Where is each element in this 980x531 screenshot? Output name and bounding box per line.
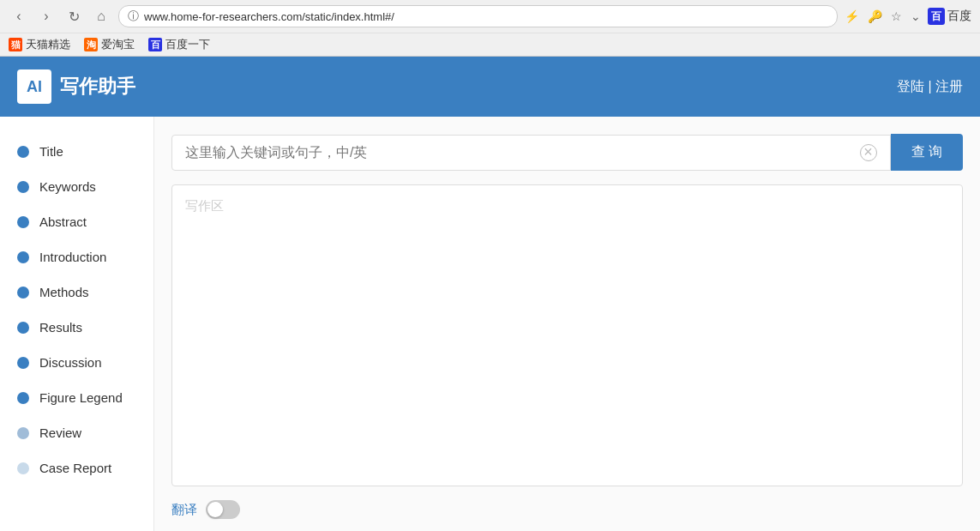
abstract-dot [17, 216, 29, 228]
sidebar-label-title: Title [39, 144, 63, 159]
sidebar-item-review[interactable]: Review [0, 415, 153, 450]
taobao-icon: 淘 [84, 38, 98, 51]
introduction-dot [17, 251, 29, 263]
bookmark-taobao-label: 爱淘宝 [101, 37, 135, 52]
sidebar-label-discussion: Discussion [39, 355, 102, 370]
figure-legend-dot [17, 392, 29, 404]
translation-row: 翻译 [171, 500, 963, 519]
app-header: AI 写作助手 登陆 | 注册 [0, 57, 980, 117]
refresh-button[interactable]: ↻ [63, 6, 84, 27]
forward-button[interactable]: › [36, 6, 57, 27]
translation-toggle[interactable] [206, 500, 240, 519]
writing-placeholder: 写作区 [185, 198, 224, 214]
sidebar-label-review: Review [39, 425, 81, 440]
sidebar-item-keywords[interactable]: Keywords [0, 169, 153, 204]
case-report-dot [17, 462, 29, 474]
logo-icon: AI [17, 69, 51, 104]
sidebar-item-case-report[interactable]: Case Report [0, 450, 153, 486]
search-input[interactable] [185, 145, 851, 160]
sidebar-item-results[interactable]: Results [0, 310, 153, 345]
chevron-down-icon: ⌄ [911, 9, 921, 23]
home-button[interactable]: ⌂ [91, 6, 111, 27]
logo-ai-text: AI [27, 78, 42, 96]
sidebar-item-methods[interactable]: Methods [0, 275, 153, 310]
browser-right-icons: ⚡ 🔑 ☆ ⌄ [845, 9, 921, 23]
bookmark-tmall-label: 天猫精选 [26, 37, 70, 52]
app-name: 写作助手 [60, 74, 135, 100]
lock-icon: ⓘ [128, 9, 139, 24]
search-bar: × 查 询 [171, 134, 963, 171]
browser-toolbar: ‹ › ↻ ⌂ ⓘ www.home-for-researchers.com/s… [0, 0, 980, 33]
baidu-icon: 百 [928, 8, 945, 25]
address-bar[interactable]: ⓘ www.home-for-researchers.com/static/in… [118, 5, 838, 27]
key-icon: 🔑 [868, 9, 882, 23]
content-area: × 查 询 写作区 翻译 [154, 117, 980, 531]
baidu-label: 百度 [947, 9, 971, 24]
bookmark-tmall[interactable]: 猫 天猫精选 [9, 37, 70, 52]
baidu-logo: 百 百度 [928, 8, 971, 25]
sidebar-label-keywords: Keywords [39, 179, 96, 194]
app-logo: AI 写作助手 [17, 69, 135, 104]
bookmark-baidu-yi[interactable]: 百 百度一下 [148, 37, 210, 52]
sidebar-label-introduction: Introduction [39, 250, 106, 264]
clear-icon: × [863, 143, 873, 161]
search-button[interactable]: 查 询 [891, 134, 963, 171]
header-auth-links: 登陆 | 注册 [897, 78, 963, 96]
sidebar-label-abstract: Abstract [39, 214, 87, 229]
methods-dot [17, 287, 29, 299]
review-dot [17, 427, 29, 439]
keywords-dot [17, 181, 29, 193]
toggle-knob [207, 502, 223, 517]
sidebar-label-figure-legend: Figure Legend [39, 390, 123, 405]
url-text: www.home-for-researchers.com/static/inde… [144, 10, 828, 23]
results-dot [17, 322, 29, 334]
translation-label: 翻译 [171, 502, 197, 518]
search-button-label: 查 询 [911, 144, 942, 159]
back-button[interactable]: ‹ [9, 6, 29, 27]
register-link[interactable]: 注册 [935, 79, 963, 94]
discussion-dot [17, 357, 29, 369]
sidebar: Title Keywords Abstract Introduction Met… [0, 117, 154, 531]
title-dot [17, 146, 29, 158]
sidebar-item-introduction[interactable]: Introduction [0, 239, 153, 275]
search-input-wrapper: × [171, 135, 891, 171]
sidebar-label-case-report: Case Report [39, 461, 111, 475]
sidebar-item-abstract[interactable]: Abstract [0, 204, 153, 239]
star-icon: ☆ [891, 9, 902, 23]
baidu-yi-icon: 百 [148, 38, 162, 51]
login-link[interactable]: 登陆 [897, 79, 924, 94]
sidebar-label-results: Results [39, 320, 82, 335]
sidebar-item-discussion[interactable]: Discussion [0, 345, 153, 380]
clear-button[interactable]: × [860, 144, 877, 161]
main-layout: Title Keywords Abstract Introduction Met… [0, 117, 980, 531]
lightning-icon: ⚡ [845, 9, 859, 23]
sidebar-label-methods: Methods [39, 285, 89, 299]
auth-separator: | [928, 79, 935, 94]
writing-area[interactable]: 写作区 [171, 184, 963, 486]
sidebar-item-title[interactable]: Title [0, 134, 153, 169]
sidebar-item-figure-legend[interactable]: Figure Legend [0, 380, 153, 415]
bookmark-taobao[interactable]: 淘 爱淘宝 [84, 37, 135, 52]
browser-chrome: ‹ › ↻ ⌂ ⓘ www.home-for-researchers.com/s… [0, 0, 980, 57]
bookmark-baidu-yi-label: 百度一下 [165, 37, 210, 52]
tmall-icon: 猫 [9, 38, 22, 51]
bookmark-bar: 猫 天猫精选 淘 爱淘宝 百 百度一下 [0, 33, 980, 56]
